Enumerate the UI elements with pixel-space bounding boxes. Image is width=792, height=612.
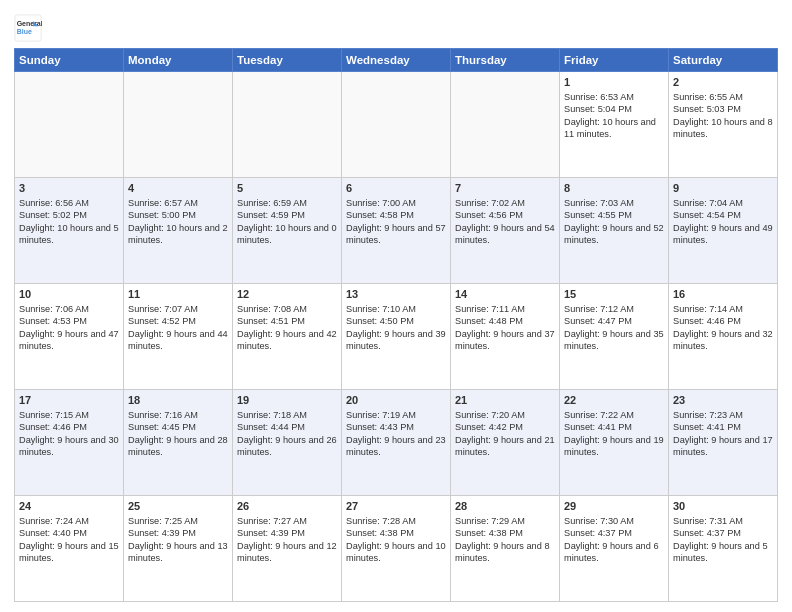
day-info: Sunrise: 7:03 AM Sunset: 4:55 PM Dayligh… <box>564 198 664 245</box>
day-number: 15 <box>564 287 664 302</box>
calendar-cell: 23Sunrise: 7:23 AM Sunset: 4:41 PM Dayli… <box>669 390 778 496</box>
calendar-cell: 22Sunrise: 7:22 AM Sunset: 4:41 PM Dayli… <box>560 390 669 496</box>
day-number: 17 <box>19 393 119 408</box>
day-info: Sunrise: 7:11 AM Sunset: 4:48 PM Dayligh… <box>455 304 555 351</box>
day-number: 6 <box>346 181 446 196</box>
day-number: 22 <box>564 393 664 408</box>
day-number: 3 <box>19 181 119 196</box>
day-header-wednesday: Wednesday <box>342 49 451 72</box>
calendar-cell: 5Sunrise: 6:59 AM Sunset: 4:59 PM Daylig… <box>233 178 342 284</box>
calendar-cell: 17Sunrise: 7:15 AM Sunset: 4:46 PM Dayli… <box>15 390 124 496</box>
day-info: Sunrise: 7:20 AM Sunset: 4:42 PM Dayligh… <box>455 410 555 457</box>
calendar-cell: 7Sunrise: 7:02 AM Sunset: 4:56 PM Daylig… <box>451 178 560 284</box>
calendar-cell: 30Sunrise: 7:31 AM Sunset: 4:37 PM Dayli… <box>669 496 778 602</box>
calendar-week-5: 24Sunrise: 7:24 AM Sunset: 4:40 PM Dayli… <box>15 496 778 602</box>
day-number: 21 <box>455 393 555 408</box>
calendar-cell <box>233 72 342 178</box>
calendar-cell: 9Sunrise: 7:04 AM Sunset: 4:54 PM Daylig… <box>669 178 778 284</box>
calendar-cell <box>124 72 233 178</box>
day-number: 29 <box>564 499 664 514</box>
day-number: 20 <box>346 393 446 408</box>
day-info: Sunrise: 6:55 AM Sunset: 5:03 PM Dayligh… <box>673 92 773 139</box>
day-info: Sunrise: 7:16 AM Sunset: 4:45 PM Dayligh… <box>128 410 228 457</box>
day-number: 8 <box>564 181 664 196</box>
calendar-cell: 18Sunrise: 7:16 AM Sunset: 4:45 PM Dayli… <box>124 390 233 496</box>
day-info: Sunrise: 7:28 AM Sunset: 4:38 PM Dayligh… <box>346 516 446 563</box>
day-number: 24 <box>19 499 119 514</box>
calendar-cell: 10Sunrise: 7:06 AM Sunset: 4:53 PM Dayli… <box>15 284 124 390</box>
day-header-tuesday: Tuesday <box>233 49 342 72</box>
day-info: Sunrise: 7:22 AM Sunset: 4:41 PM Dayligh… <box>564 410 664 457</box>
calendar-cell: 20Sunrise: 7:19 AM Sunset: 4:43 PM Dayli… <box>342 390 451 496</box>
calendar-cell: 15Sunrise: 7:12 AM Sunset: 4:47 PM Dayli… <box>560 284 669 390</box>
day-info: Sunrise: 7:07 AM Sunset: 4:52 PM Dayligh… <box>128 304 228 351</box>
day-info: Sunrise: 7:31 AM Sunset: 4:37 PM Dayligh… <box>673 516 768 563</box>
day-number: 28 <box>455 499 555 514</box>
calendar-cell: 29Sunrise: 7:30 AM Sunset: 4:37 PM Dayli… <box>560 496 669 602</box>
day-info: Sunrise: 7:29 AM Sunset: 4:38 PM Dayligh… <box>455 516 550 563</box>
day-info: Sunrise: 7:14 AM Sunset: 4:46 PM Dayligh… <box>673 304 773 351</box>
day-number: 27 <box>346 499 446 514</box>
day-header-monday: Monday <box>124 49 233 72</box>
calendar-week-3: 10Sunrise: 7:06 AM Sunset: 4:53 PM Dayli… <box>15 284 778 390</box>
day-info: Sunrise: 7:18 AM Sunset: 4:44 PM Dayligh… <box>237 410 337 457</box>
calendar-cell <box>15 72 124 178</box>
day-info: Sunrise: 7:23 AM Sunset: 4:41 PM Dayligh… <box>673 410 773 457</box>
calendar-table: SundayMondayTuesdayWednesdayThursdayFrid… <box>14 48 778 602</box>
day-number: 10 <box>19 287 119 302</box>
calendar-cell: 1Sunrise: 6:53 AM Sunset: 5:04 PM Daylig… <box>560 72 669 178</box>
day-info: Sunrise: 6:53 AM Sunset: 5:04 PM Dayligh… <box>564 92 656 139</box>
day-number: 4 <box>128 181 228 196</box>
day-number: 18 <box>128 393 228 408</box>
day-info: Sunrise: 7:19 AM Sunset: 4:43 PM Dayligh… <box>346 410 446 457</box>
day-header-thursday: Thursday <box>451 49 560 72</box>
calendar-cell: 4Sunrise: 6:57 AM Sunset: 5:00 PM Daylig… <box>124 178 233 284</box>
day-info: Sunrise: 7:25 AM Sunset: 4:39 PM Dayligh… <box>128 516 228 563</box>
calendar-cell: 11Sunrise: 7:07 AM Sunset: 4:52 PM Dayli… <box>124 284 233 390</box>
day-info: Sunrise: 7:08 AM Sunset: 4:51 PM Dayligh… <box>237 304 337 351</box>
day-number: 25 <box>128 499 228 514</box>
day-number: 19 <box>237 393 337 408</box>
calendar-cell: 28Sunrise: 7:29 AM Sunset: 4:38 PM Dayli… <box>451 496 560 602</box>
calendar-cell: 14Sunrise: 7:11 AM Sunset: 4:48 PM Dayli… <box>451 284 560 390</box>
day-header-sunday: Sunday <box>15 49 124 72</box>
day-info: Sunrise: 7:27 AM Sunset: 4:39 PM Dayligh… <box>237 516 337 563</box>
day-number: 9 <box>673 181 773 196</box>
calendar-cell: 16Sunrise: 7:14 AM Sunset: 4:46 PM Dayli… <box>669 284 778 390</box>
day-number: 14 <box>455 287 555 302</box>
day-number: 26 <box>237 499 337 514</box>
calendar-cell: 24Sunrise: 7:24 AM Sunset: 4:40 PM Dayli… <box>15 496 124 602</box>
calendar-cell: 2Sunrise: 6:55 AM Sunset: 5:03 PM Daylig… <box>669 72 778 178</box>
day-info: Sunrise: 7:02 AM Sunset: 4:56 PM Dayligh… <box>455 198 555 245</box>
day-info: Sunrise: 7:30 AM Sunset: 4:37 PM Dayligh… <box>564 516 659 563</box>
svg-text:Blue: Blue <box>17 28 32 35</box>
day-number: 2 <box>673 75 773 90</box>
day-number: 7 <box>455 181 555 196</box>
calendar-cell <box>342 72 451 178</box>
day-info: Sunrise: 7:15 AM Sunset: 4:46 PM Dayligh… <box>19 410 119 457</box>
day-header-friday: Friday <box>560 49 669 72</box>
day-number: 5 <box>237 181 337 196</box>
calendar-week-1: 1Sunrise: 6:53 AM Sunset: 5:04 PM Daylig… <box>15 72 778 178</box>
day-number: 12 <box>237 287 337 302</box>
calendar-cell: 21Sunrise: 7:20 AM Sunset: 4:42 PM Dayli… <box>451 390 560 496</box>
calendar-cell: 27Sunrise: 7:28 AM Sunset: 4:38 PM Dayli… <box>342 496 451 602</box>
day-info: Sunrise: 6:56 AM Sunset: 5:02 PM Dayligh… <box>19 198 119 245</box>
calendar-cell <box>451 72 560 178</box>
day-number: 13 <box>346 287 446 302</box>
day-number: 30 <box>673 499 773 514</box>
calendar-cell: 8Sunrise: 7:03 AM Sunset: 4:55 PM Daylig… <box>560 178 669 284</box>
day-number: 1 <box>564 75 664 90</box>
day-info: Sunrise: 6:57 AM Sunset: 5:00 PM Dayligh… <box>128 198 228 245</box>
logo-icon: General Blue <box>14 14 42 42</box>
calendar-cell: 12Sunrise: 7:08 AM Sunset: 4:51 PM Dayli… <box>233 284 342 390</box>
calendar-cell: 13Sunrise: 7:10 AM Sunset: 4:50 PM Dayli… <box>342 284 451 390</box>
calendar-week-4: 17Sunrise: 7:15 AM Sunset: 4:46 PM Dayli… <box>15 390 778 496</box>
day-info: Sunrise: 7:24 AM Sunset: 4:40 PM Dayligh… <box>19 516 119 563</box>
day-info: Sunrise: 7:04 AM Sunset: 4:54 PM Dayligh… <box>673 198 773 245</box>
day-info: Sunrise: 7:12 AM Sunset: 4:47 PM Dayligh… <box>564 304 664 351</box>
page: General Blue SundayMondayTuesdayWednesda… <box>0 0 792 612</box>
calendar-cell: 3Sunrise: 6:56 AM Sunset: 5:02 PM Daylig… <box>15 178 124 284</box>
day-info: Sunrise: 6:59 AM Sunset: 4:59 PM Dayligh… <box>237 198 337 245</box>
calendar-week-2: 3Sunrise: 6:56 AM Sunset: 5:02 PM Daylig… <box>15 178 778 284</box>
